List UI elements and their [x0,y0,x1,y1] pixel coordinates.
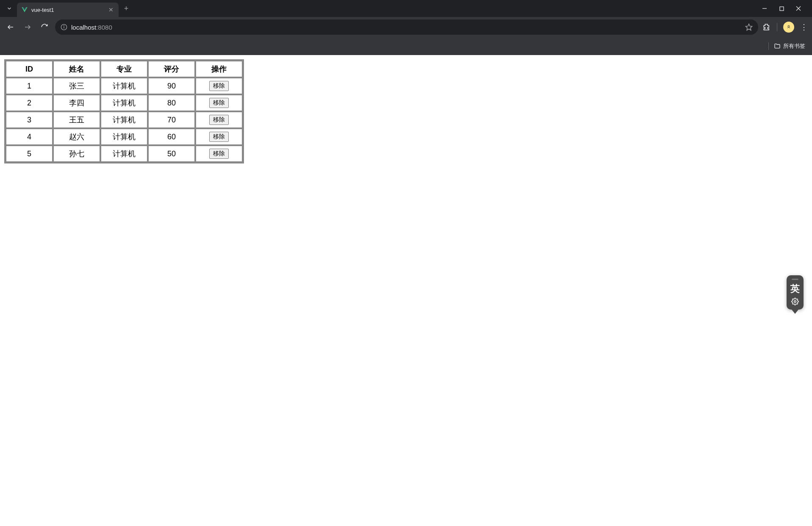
cell-major: 计算机 [101,95,147,111]
address-bar[interactable]: localhost:8080 [55,19,758,35]
table-row: 4赵六计算机60移除 [6,129,242,145]
url-port: :8080 [96,24,112,31]
cell-major: 计算机 [101,129,147,145]
cell-score: 60 [148,129,195,145]
remove-button[interactable]: 移除 [209,115,229,125]
table-header-row: ID 姓名 专业 评分 操作 [6,61,242,77]
table-row: 5孙七计算机50移除 [6,146,242,162]
col-header-name: 姓名 [53,61,100,77]
site-info-icon[interactable] [60,23,68,31]
col-header-id: ID [6,61,53,77]
cell-score: 50 [148,146,195,162]
ime-mode-toggle[interactable]: 英 [790,282,800,295]
cell-major: 计算机 [101,78,147,94]
svg-rect-1 [780,7,784,11]
back-button[interactable] [4,21,17,33]
cell-major: 计算机 [101,146,147,162]
table-row: 1张三计算机90移除 [6,78,242,94]
svg-point-8 [64,25,64,26]
maximize-button[interactable] [778,5,785,12]
svg-point-12 [794,301,796,303]
url-host: localhost [71,24,96,31]
ime-drag-handle[interactable] [792,279,798,280]
all-bookmarks-label: 所有书签 [783,42,805,50]
remove-button[interactable]: 移除 [209,132,229,142]
url-text: localhost:8080 [71,24,112,31]
bookmark-bar: 所有书签 [0,37,812,55]
cell-name: 李四 [53,95,100,111]
ime-tail [792,310,798,314]
cell-score: 80 [148,95,195,111]
cell-id: 3 [6,112,53,128]
col-header-major: 专业 [101,61,147,77]
cell-score: 70 [148,112,195,128]
tab-strip: vue-test1 ✕ + [0,0,812,17]
remove-button[interactable]: 移除 [209,98,229,108]
svg-marker-9 [746,24,752,30]
table-row: 3王五计算机70移除 [6,112,242,128]
browser-menu-button[interactable]: ⋮ [800,22,808,32]
toolbar: localhost:8080 ⋮ [0,17,812,37]
bookmark-star-icon[interactable] [745,23,753,31]
all-bookmarks-button[interactable]: 所有书签 [774,42,805,50]
vue-favicon-icon [21,6,28,13]
cell-score: 90 [148,78,195,94]
cell-id: 1 [6,78,53,94]
cell-action: 移除 [196,146,242,162]
ime-widget[interactable]: 英 [787,275,804,310]
reload-button[interactable] [38,21,51,33]
close-window-button[interactable] [795,5,802,12]
profile-avatar[interactable] [783,22,794,33]
tabs-dropdown-button[interactable] [3,3,15,14]
remove-button[interactable]: 移除 [209,149,229,159]
cell-id: 4 [6,129,53,145]
cell-id: 5 [6,146,53,162]
extensions-icon[interactable] [762,23,771,31]
cell-action: 移除 [196,95,242,111]
window-controls [754,5,809,12]
cell-action: 移除 [196,129,242,145]
cell-major: 计算机 [101,112,147,128]
page-content: ID 姓名 专业 评分 操作 1张三计算机90移除2李四计算机80移除3王五计算… [0,55,812,168]
cell-action: 移除 [196,112,242,128]
toolbar-right: ⋮ [762,22,808,33]
new-tab-button[interactable]: + [120,3,132,14]
cell-name: 王五 [53,112,100,128]
folder-icon [774,43,781,50]
toolbar-divider [777,23,777,31]
gear-icon [791,298,799,305]
tab-title: vue-test1 [31,7,104,13]
cell-action: 移除 [196,78,242,94]
close-tab-button[interactable]: ✕ [108,6,114,14]
forward-button[interactable] [21,21,34,33]
col-header-action: 操作 [196,61,242,77]
ime-settings-button[interactable] [791,298,799,307]
col-header-score: 评分 [148,61,195,77]
minimize-button[interactable] [761,5,768,12]
cell-name: 孙七 [53,146,100,162]
address-tools [745,23,753,31]
browser-tab[interactable]: vue-test1 ✕ [17,3,119,17]
students-table: ID 姓名 专业 评分 操作 1张三计算机90移除2李四计算机80移除3王五计算… [4,59,244,163]
bookmark-divider [768,42,769,50]
remove-button[interactable]: 移除 [209,81,229,91]
cell-id: 2 [6,95,53,111]
cell-name: 赵六 [53,129,100,145]
table-row: 2李四计算机80移除 [6,95,242,111]
cell-name: 张三 [53,78,100,94]
browser-chrome: vue-test1 ✕ + [0,0,812,55]
